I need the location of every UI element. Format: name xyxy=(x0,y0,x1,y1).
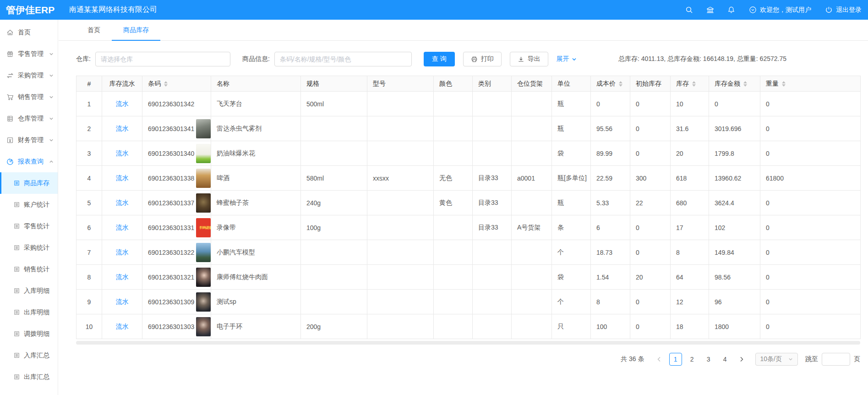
stock-flow-link[interactable]: 流水 xyxy=(116,149,129,157)
sidebar-subitem-outbound-summary[interactable]: 出库汇总 xyxy=(0,366,58,388)
product-info-input[interactable] xyxy=(274,52,412,66)
tab-home[interactable]: 首页 xyxy=(76,20,112,40)
table-row: 3流水6901236301340奶油味爆米花袋89.990201799.80 xyxy=(76,141,861,166)
row-index-cell: 5 xyxy=(76,191,102,215)
sidebar-subitem-inbound-detail[interactable]: 入库明细 xyxy=(0,280,58,302)
initial-stock-cell: 20 xyxy=(630,265,671,290)
column-header-型号: 型号 xyxy=(367,76,434,92)
stock-flow-link[interactable]: 流水 xyxy=(116,174,129,181)
weight-cell: 0 xyxy=(760,116,861,141)
stock-flow-link[interactable]: 流水 xyxy=(116,248,129,256)
page-button-4[interactable]: 4 xyxy=(719,353,732,366)
page-button-1[interactable]: 1 xyxy=(669,353,682,366)
sidebar-subitem-label: 出库明细 xyxy=(24,308,49,317)
sidebar-item-warehouse[interactable]: 仓库管理 xyxy=(0,108,58,129)
category-cell xyxy=(473,141,512,166)
sort-carets-icon[interactable] xyxy=(743,81,747,87)
welcome-user[interactable]: 欢迎您，测试用户 xyxy=(749,6,811,14)
barcode-value: 6901236301309 xyxy=(148,298,194,306)
column-header-成本价[interactable]: 成本价 xyxy=(591,76,630,92)
tab-product-stock[interactable]: 商品库存 xyxy=(112,20,160,40)
sidebar-item-finance[interactable]: 财务管理 xyxy=(0,129,58,151)
sidebar-item-sales[interactable]: 销售管理 xyxy=(0,86,58,108)
barcode-value: 6901236301303 xyxy=(148,323,194,330)
jump-to-page-input[interactable] xyxy=(822,353,850,366)
column-header-库存金额[interactable]: 库存金额 xyxy=(709,76,760,92)
sidebar-item-report[interactable]: 报表查询 xyxy=(0,151,58,172)
category-cell: 目录33 xyxy=(473,191,512,215)
stock-flow-link[interactable]: 流水 xyxy=(116,125,129,132)
product-name-cell: 雷达杀虫气雾剂 xyxy=(211,116,301,141)
export-button[interactable]: 导出 xyxy=(510,52,548,66)
column-header-条码[interactable]: 条码 xyxy=(142,76,211,92)
sidebar-item-purchase[interactable]: 采购管理 xyxy=(0,65,58,86)
inventory-table: #库存流水条码名称规格型号颜色类别仓位货架单位成本价初始库存库存库存金额重量 1… xyxy=(76,76,861,339)
column-header-index: # xyxy=(76,76,102,92)
previous-page-button[interactable] xyxy=(653,353,666,366)
stock-flow-link[interactable]: 流水 xyxy=(116,100,129,107)
sort-carets-icon[interactable] xyxy=(164,81,168,87)
home-icon xyxy=(6,29,14,36)
sidebar-subitem-retail-stats[interactable]: 零售统计 xyxy=(0,215,58,237)
table-row: 4流水6901236301338啤酒580mlxxsxx无色目录33a0001瓶… xyxy=(76,166,861,191)
print-button[interactable]: 打印 xyxy=(463,52,502,66)
unit-cell: 只 xyxy=(552,314,591,339)
shelf-cell xyxy=(512,314,552,339)
initial-stock-cell: 0 xyxy=(630,290,671,314)
sidebar-subitem-inbound-summary[interactable]: 入库汇总 xyxy=(0,345,58,366)
column-label: 单位 xyxy=(557,80,570,88)
retail-icon xyxy=(6,50,14,58)
sidebar-subitem-product-stock[interactable]: 商品库存 xyxy=(0,172,58,194)
logout-button[interactable]: 退出登录 xyxy=(825,6,862,14)
print-button-label: 打印 xyxy=(481,55,494,63)
row-index-cell: 3 xyxy=(76,141,102,166)
stock-flow-link[interactable]: 流水 xyxy=(116,224,129,231)
filter-bar: 仓库: 商品信息: 查 询 打印 导出 展开 总库存: 4011.13, 总库存… xyxy=(76,52,860,66)
report-icon xyxy=(6,158,14,165)
page-button-2[interactable]: 2 xyxy=(686,353,699,366)
search-button[interactable]: 查 询 xyxy=(424,52,455,66)
stock-flow-link[interactable]: 流水 xyxy=(116,298,129,305)
expand-link[interactable]: 展开 xyxy=(557,55,577,63)
stock-flow-link[interactable]: 流水 xyxy=(116,199,129,206)
category-cell: 目录33 xyxy=(473,215,512,240)
column-header-重量[interactable]: 重量 xyxy=(760,76,861,92)
sidebar-subitem-sales-stats[interactable]: 销售统计 xyxy=(0,258,58,280)
sort-carets-icon[interactable] xyxy=(692,81,696,87)
sort-carets-icon[interactable] xyxy=(619,81,622,87)
stock-amount-cell: 149.84 xyxy=(709,240,760,265)
bank-icon[interactable] xyxy=(706,6,714,14)
stock-flow-link[interactable]: 流水 xyxy=(116,323,129,330)
color-cell xyxy=(434,92,473,116)
stock-flow-link[interactable]: 流水 xyxy=(116,273,129,280)
sidebar-item-retail[interactable]: 零售管理 xyxy=(0,43,58,65)
sidebar-subitem-transfer-detail[interactable]: 调拨明细 xyxy=(0,323,58,345)
report-doc-icon xyxy=(14,266,20,272)
sidebar-subitem-account-stats[interactable]: 账户统计 xyxy=(0,194,58,215)
stock-flow-cell: 流水 xyxy=(102,191,142,215)
sort-carets-icon[interactable] xyxy=(782,81,786,87)
model-cell xyxy=(367,191,434,215)
sidebar-item-label: 销售管理 xyxy=(18,93,44,101)
report-doc-icon xyxy=(14,223,20,229)
report-doc-icon xyxy=(14,202,20,208)
sidebar-subitem-purchase-stats[interactable]: 采购统计 xyxy=(0,237,58,258)
report-doc-icon xyxy=(14,309,20,315)
column-header-库存[interactable]: 库存 xyxy=(671,76,709,92)
sidebar-item-home[interactable]: 首页 xyxy=(0,22,58,43)
app-logo: 管伊佳ERP xyxy=(0,4,58,16)
page-size-select[interactable]: 10条/页 xyxy=(755,353,798,366)
search-icon[interactable] xyxy=(685,6,693,14)
product-thumbnail xyxy=(196,144,211,163)
page-button-3[interactable]: 3 xyxy=(702,353,715,366)
column-label: 颜色 xyxy=(439,80,452,88)
next-page-button[interactable] xyxy=(735,353,748,366)
sidebar-subitem-outbound-detail[interactable]: 出库明细 xyxy=(0,302,58,323)
table-row: 10流水6901236301303电子手环200g只10001818000 xyxy=(76,314,861,339)
horizontal-scrollbar[interactable] xyxy=(76,341,860,345)
warehouse-select-input[interactable] xyxy=(95,52,230,66)
bell-icon[interactable] xyxy=(727,6,735,14)
model-cell xyxy=(367,215,434,240)
row-index-cell: 2 xyxy=(76,116,102,141)
spec-cell xyxy=(301,141,367,166)
